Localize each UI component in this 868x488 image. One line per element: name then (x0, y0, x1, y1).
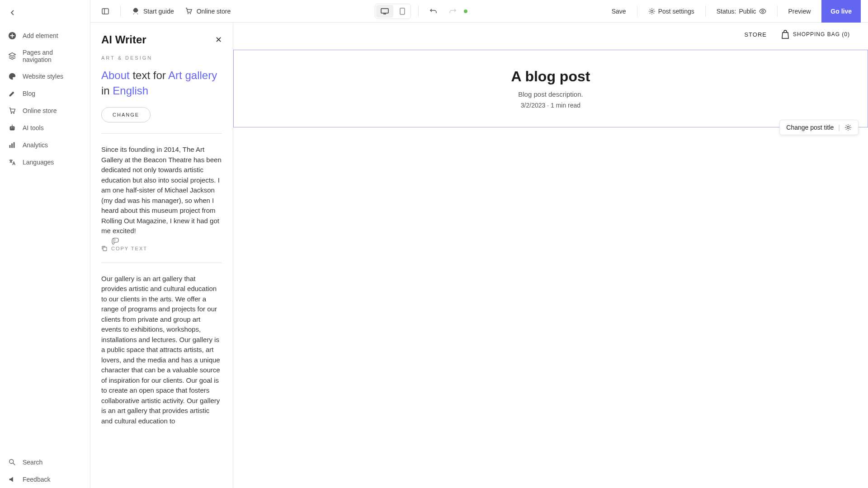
status-value: Public (739, 8, 756, 15)
cart-icon (8, 107, 16, 115)
svg-rect-7 (11, 143, 13, 148)
palette-icon (8, 72, 16, 80)
sidebar-item-label: AI tools (23, 124, 44, 131)
sidebar-item-styles[interactable]: Website styles (0, 68, 90, 85)
redo-button[interactable] (445, 5, 460, 18)
sidebar-item-blog[interactable]: Blog (0, 85, 90, 102)
sidebar-item-label: Analytics (23, 141, 48, 149)
chart-icon (8, 141, 16, 149)
svg-point-16 (762, 10, 764, 12)
ai-prompt-language: English (113, 84, 148, 97)
desktop-view-button[interactable] (376, 5, 393, 18)
shopping-bag-button[interactable]: SHOPPING BAG (0) (781, 30, 850, 39)
store-nav-link[interactable]: STORE (744, 31, 767, 38)
svg-point-18 (847, 127, 849, 129)
status-indicator (464, 9, 467, 13)
start-guide-label: Start guide (143, 8, 174, 15)
blog-date: 3/2/2023 (521, 102, 546, 109)
svg-rect-14 (400, 8, 405, 14)
translate-icon (8, 158, 16, 166)
post-settings-button[interactable]: Post settings (645, 5, 698, 18)
undo-button[interactable] (426, 5, 441, 18)
ai-prompt-topic: Art gallery (168, 69, 217, 81)
status-label: Status: (717, 8, 736, 15)
online-store-label: Online store (197, 8, 231, 15)
ai-prompt: About text for Art gallery in English (101, 68, 222, 98)
svg-point-15 (651, 10, 653, 12)
sidebar-item-store[interactable]: Online store (0, 102, 90, 119)
sidebar-item-ai-tools[interactable]: AI tools (0, 119, 90, 136)
svg-rect-10 (102, 9, 108, 14)
copy-text-label: COPY TEXT (111, 246, 147, 251)
go-live-button[interactable]: Go live (821, 0, 861, 23)
preview-button[interactable]: Preview (785, 5, 815, 18)
blog-post-section[interactable]: A blog post Blog post description. 3/2/2… (233, 50, 868, 127)
copy-icon (101, 245, 108, 252)
save-button[interactable]: Save (608, 5, 630, 18)
redo-icon (448, 7, 457, 15)
change-button[interactable]: CHANGE (101, 107, 151, 122)
change-title-button[interactable]: Change post title (786, 124, 834, 131)
eye-icon (759, 8, 766, 15)
svg-rect-8 (14, 142, 15, 148)
sidebar-item-languages[interactable]: Languages (0, 154, 90, 171)
online-store-button[interactable]: Online store (181, 5, 234, 18)
svg-rect-13 (381, 9, 388, 13)
gear-icon[interactable] (844, 124, 852, 131)
sidebar-item-analytics[interactable]: Analytics (0, 136, 90, 154)
start-guide-button[interactable]: Start guide (128, 5, 178, 18)
svg-point-5 (13, 127, 14, 128)
mobile-icon (400, 8, 405, 15)
divider (101, 263, 222, 263)
sidebar-feedback[interactable]: Feedback (0, 471, 90, 488)
sidebar-item-label: Languages (23, 159, 54, 166)
sidebar-item-label: Website styles (23, 73, 63, 80)
sidebar-item-add-element[interactable]: Add element (0, 27, 90, 44)
shopping-bag-label: SHOPPING BAG (0) (793, 31, 850, 38)
back-button[interactable] (9, 9, 16, 16)
panel-icon (101, 7, 109, 15)
svg-point-1 (11, 113, 12, 114)
layers-icon (8, 52, 16, 60)
svg-rect-3 (10, 126, 15, 130)
blog-meta: 3/2/2023 · 1 min read (252, 102, 849, 109)
sidebar-item-label: Online store (23, 107, 57, 114)
cart-icon (185, 7, 193, 15)
blog-title: A blog post (252, 68, 849, 85)
svg-point-4 (11, 127, 12, 128)
ai-prompt-type: About (101, 69, 130, 81)
pencil-icon (8, 89, 16, 98)
change-title-toolbar: Change post title | (779, 120, 859, 135)
post-settings-label: Post settings (658, 8, 694, 15)
plus-circle-icon (8, 32, 16, 40)
sidebar-item-label: Add element (23, 32, 58, 39)
svg-point-11 (188, 13, 189, 14)
mobile-view-button[interactable] (395, 5, 410, 18)
desktop-icon (381, 8, 389, 14)
sidebar-item-label: Blog (23, 90, 35, 97)
svg-point-2 (13, 113, 14, 114)
copy-text-button[interactable]: COPY TEXT (101, 245, 222, 252)
search-icon (8, 458, 16, 466)
svg-rect-17 (103, 247, 107, 251)
status-button[interactable]: Status:Public (713, 5, 770, 18)
bag-icon (781, 30, 789, 39)
blog-description: Blog post description. (252, 90, 849, 98)
svg-rect-6 (9, 145, 11, 148)
ai-category-label: ART & DESIGN (101, 55, 222, 61)
undo-icon (429, 7, 438, 15)
svg-point-9 (9, 460, 14, 464)
ai-result-1: Since its founding in 2014, The Art Gall… (101, 145, 222, 236)
gear-icon (648, 8, 656, 15)
robot-icon (8, 124, 16, 132)
sidebar-item-label: Pages and navigation (23, 49, 82, 63)
close-button[interactable]: ✕ (215, 35, 222, 45)
rocket-icon (132, 7, 140, 15)
panel-toggle-button[interactable] (98, 5, 113, 18)
blog-read-time: 1 min read (551, 102, 580, 109)
svg-point-12 (190, 13, 191, 14)
sidebar-item-pages[interactable]: Pages and navigation (0, 44, 90, 68)
megaphone-icon (8, 475, 16, 483)
sidebar-search[interactable]: Search (0, 454, 90, 471)
sidebar-item-label: Search (23, 459, 42, 466)
